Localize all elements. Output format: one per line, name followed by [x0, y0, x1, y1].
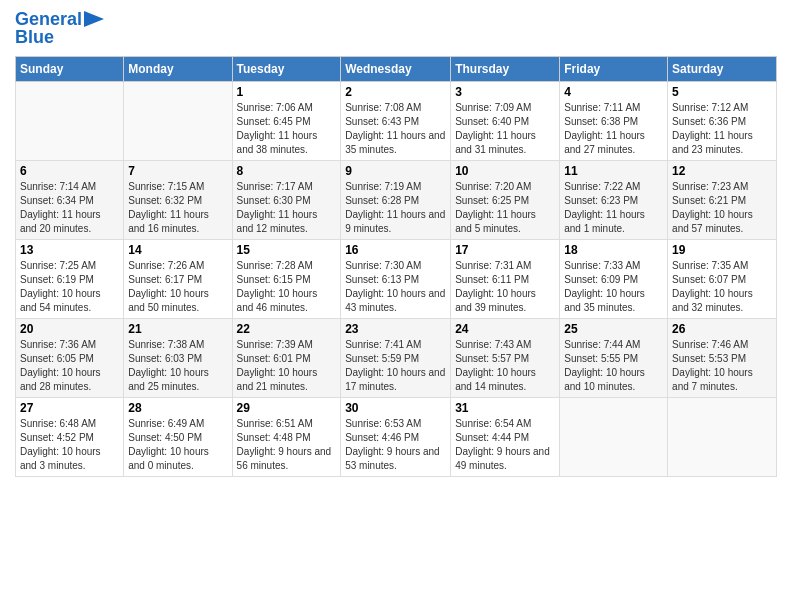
day-info: Sunrise: 7:20 AM Sunset: 6:25 PM Dayligh…: [455, 180, 555, 236]
day-info: Sunrise: 6:51 AM Sunset: 4:48 PM Dayligh…: [237, 417, 337, 473]
day-number: 30: [345, 401, 446, 415]
day-info: Sunrise: 7:46 AM Sunset: 5:53 PM Dayligh…: [672, 338, 772, 394]
logo-general: General: [15, 9, 82, 29]
day-number: 7: [128, 164, 227, 178]
calendar-body: 1Sunrise: 7:06 AM Sunset: 6:45 PM Daylig…: [16, 81, 777, 476]
calendar-cell: 17Sunrise: 7:31 AM Sunset: 6:11 PM Dayli…: [451, 239, 560, 318]
day-info: Sunrise: 7:41 AM Sunset: 5:59 PM Dayligh…: [345, 338, 446, 394]
day-number: 15: [237, 243, 337, 257]
calendar-cell: [560, 397, 668, 476]
calendar-cell: 25Sunrise: 7:44 AM Sunset: 5:55 PM Dayli…: [560, 318, 668, 397]
day-info: Sunrise: 7:09 AM Sunset: 6:40 PM Dayligh…: [455, 101, 555, 157]
day-number: 8: [237, 164, 337, 178]
day-info: Sunrise: 7:23 AM Sunset: 6:21 PM Dayligh…: [672, 180, 772, 236]
calendar-cell: 13Sunrise: 7:25 AM Sunset: 6:19 PM Dayli…: [16, 239, 124, 318]
day-number: 9: [345, 164, 446, 178]
day-number: 5: [672, 85, 772, 99]
day-info: Sunrise: 6:48 AM Sunset: 4:52 PM Dayligh…: [20, 417, 119, 473]
calendar-cell: 30Sunrise: 6:53 AM Sunset: 4:46 PM Dayli…: [341, 397, 451, 476]
page: General Blue SundayMondayTuesdayWednesda…: [0, 0, 792, 612]
calendar-cell: 24Sunrise: 7:43 AM Sunset: 5:57 PM Dayli…: [451, 318, 560, 397]
day-info: Sunrise: 7:35 AM Sunset: 6:07 PM Dayligh…: [672, 259, 772, 315]
weekday-row: SundayMondayTuesdayWednesdayThursdayFrid…: [16, 56, 777, 81]
calendar-cell: 19Sunrise: 7:35 AM Sunset: 6:07 PM Dayli…: [668, 239, 777, 318]
calendar-cell: [668, 397, 777, 476]
day-info: Sunrise: 6:54 AM Sunset: 4:44 PM Dayligh…: [455, 417, 555, 473]
svg-marker-0: [84, 11, 104, 27]
calendar-table: SundayMondayTuesdayWednesdayThursdayFrid…: [15, 56, 777, 477]
calendar-cell: 9Sunrise: 7:19 AM Sunset: 6:28 PM Daylig…: [341, 160, 451, 239]
day-number: 31: [455, 401, 555, 415]
day-info: Sunrise: 7:26 AM Sunset: 6:17 PM Dayligh…: [128, 259, 227, 315]
calendar-cell: [16, 81, 124, 160]
day-number: 24: [455, 322, 555, 336]
weekday-header: Monday: [124, 56, 232, 81]
calendar-cell: 11Sunrise: 7:22 AM Sunset: 6:23 PM Dayli…: [560, 160, 668, 239]
calendar-cell: 31Sunrise: 6:54 AM Sunset: 4:44 PM Dayli…: [451, 397, 560, 476]
calendar-cell: 4Sunrise: 7:11 AM Sunset: 6:38 PM Daylig…: [560, 81, 668, 160]
day-info: Sunrise: 7:30 AM Sunset: 6:13 PM Dayligh…: [345, 259, 446, 315]
calendar-cell: 29Sunrise: 6:51 AM Sunset: 4:48 PM Dayli…: [232, 397, 341, 476]
calendar-cell: 27Sunrise: 6:48 AM Sunset: 4:52 PM Dayli…: [16, 397, 124, 476]
weekday-header: Sunday: [16, 56, 124, 81]
day-info: Sunrise: 6:49 AM Sunset: 4:50 PM Dayligh…: [128, 417, 227, 473]
day-number: 4: [564, 85, 663, 99]
day-info: Sunrise: 7:36 AM Sunset: 6:05 PM Dayligh…: [20, 338, 119, 394]
calendar-cell: 7Sunrise: 7:15 AM Sunset: 6:32 PM Daylig…: [124, 160, 232, 239]
day-info: Sunrise: 7:33 AM Sunset: 6:09 PM Dayligh…: [564, 259, 663, 315]
day-info: Sunrise: 6:53 AM Sunset: 4:46 PM Dayligh…: [345, 417, 446, 473]
day-info: Sunrise: 7:38 AM Sunset: 6:03 PM Dayligh…: [128, 338, 227, 394]
day-number: 11: [564, 164, 663, 178]
day-info: Sunrise: 7:31 AM Sunset: 6:11 PM Dayligh…: [455, 259, 555, 315]
day-number: 27: [20, 401, 119, 415]
day-number: 20: [20, 322, 119, 336]
logo-arrow-icon: [84, 11, 104, 27]
weekday-header: Wednesday: [341, 56, 451, 81]
calendar-cell: 3Sunrise: 7:09 AM Sunset: 6:40 PM Daylig…: [451, 81, 560, 160]
day-number: 26: [672, 322, 772, 336]
day-number: 21: [128, 322, 227, 336]
day-number: 23: [345, 322, 446, 336]
day-info: Sunrise: 7:22 AM Sunset: 6:23 PM Dayligh…: [564, 180, 663, 236]
calendar-cell: 14Sunrise: 7:26 AM Sunset: 6:17 PM Dayli…: [124, 239, 232, 318]
calendar-cell: [124, 81, 232, 160]
calendar-cell: 16Sunrise: 7:30 AM Sunset: 6:13 PM Dayli…: [341, 239, 451, 318]
day-number: 10: [455, 164, 555, 178]
day-number: 25: [564, 322, 663, 336]
calendar-week-row: 6Sunrise: 7:14 AM Sunset: 6:34 PM Daylig…: [16, 160, 777, 239]
calendar-cell: 6Sunrise: 7:14 AM Sunset: 6:34 PM Daylig…: [16, 160, 124, 239]
day-number: 18: [564, 243, 663, 257]
day-number: 2: [345, 85, 446, 99]
logo-blue: Blue: [15, 28, 54, 48]
day-info: Sunrise: 7:19 AM Sunset: 6:28 PM Dayligh…: [345, 180, 446, 236]
calendar-cell: 18Sunrise: 7:33 AM Sunset: 6:09 PM Dayli…: [560, 239, 668, 318]
day-number: 29: [237, 401, 337, 415]
day-number: 17: [455, 243, 555, 257]
weekday-header: Thursday: [451, 56, 560, 81]
calendar-cell: 10Sunrise: 7:20 AM Sunset: 6:25 PM Dayli…: [451, 160, 560, 239]
day-number: 6: [20, 164, 119, 178]
calendar-cell: 1Sunrise: 7:06 AM Sunset: 6:45 PM Daylig…: [232, 81, 341, 160]
day-number: 22: [237, 322, 337, 336]
calendar-cell: 23Sunrise: 7:41 AM Sunset: 5:59 PM Dayli…: [341, 318, 451, 397]
day-info: Sunrise: 7:06 AM Sunset: 6:45 PM Dayligh…: [237, 101, 337, 157]
calendar-cell: 5Sunrise: 7:12 AM Sunset: 6:36 PM Daylig…: [668, 81, 777, 160]
calendar-cell: 8Sunrise: 7:17 AM Sunset: 6:30 PM Daylig…: [232, 160, 341, 239]
day-number: 16: [345, 243, 446, 257]
day-number: 19: [672, 243, 772, 257]
day-info: Sunrise: 7:39 AM Sunset: 6:01 PM Dayligh…: [237, 338, 337, 394]
calendar-cell: 12Sunrise: 7:23 AM Sunset: 6:21 PM Dayli…: [668, 160, 777, 239]
calendar-cell: 2Sunrise: 7:08 AM Sunset: 6:43 PM Daylig…: [341, 81, 451, 160]
calendar-cell: 20Sunrise: 7:36 AM Sunset: 6:05 PM Dayli…: [16, 318, 124, 397]
day-number: 14: [128, 243, 227, 257]
day-number: 3: [455, 85, 555, 99]
day-info: Sunrise: 7:11 AM Sunset: 6:38 PM Dayligh…: [564, 101, 663, 157]
day-info: Sunrise: 7:17 AM Sunset: 6:30 PM Dayligh…: [237, 180, 337, 236]
calendar-cell: 22Sunrise: 7:39 AM Sunset: 6:01 PM Dayli…: [232, 318, 341, 397]
weekday-header: Friday: [560, 56, 668, 81]
day-number: 13: [20, 243, 119, 257]
header: General Blue: [15, 10, 777, 48]
calendar-cell: 28Sunrise: 6:49 AM Sunset: 4:50 PM Dayli…: [124, 397, 232, 476]
calendar-week-row: 20Sunrise: 7:36 AM Sunset: 6:05 PM Dayli…: [16, 318, 777, 397]
weekday-header: Saturday: [668, 56, 777, 81]
